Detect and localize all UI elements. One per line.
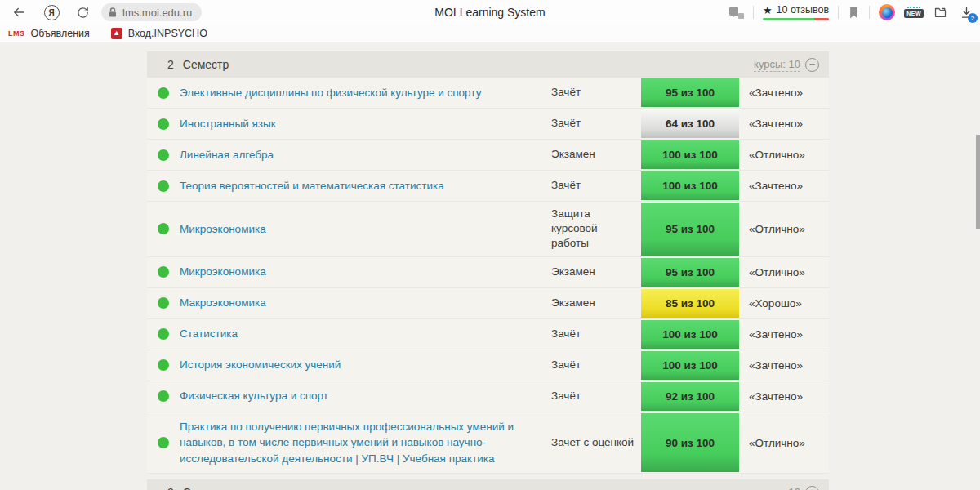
assessment-type: Зачёт [551, 350, 641, 381]
status-dot-icon [158, 328, 169, 340]
status-dot-icon [158, 359, 169, 371]
toolbar-right-icons: ★ 10 отзывов NEW 2 [729, 0, 975, 24]
lms-favicon: LMS [8, 29, 25, 38]
course-row: Статистика Зачёт 100 из 100 «Зачтено» [147, 319, 829, 350]
semester-title: Семестр [183, 58, 229, 71]
grade-text: «Зачтено» [739, 350, 829, 381]
status-dot-icon [158, 149, 169, 161]
semester-number: 2 [167, 58, 174, 71]
assessment-type: Экзамен [551, 257, 641, 287]
back-button[interactable] [10, 3, 28, 21]
course-name-link[interactable]: Теория вероятностей и математическая ста… [180, 171, 551, 201]
semester-3-header: 3 Семестр курсы: 10 + [147, 479, 829, 490]
course-name-link[interactable]: Линейная алгебра [180, 140, 551, 170]
assessment-type: Зачёт [551, 109, 641, 139]
score-badge: 85 из 100 [641, 289, 739, 318]
bookmarks-bar: LMS Объявления ▲ Вход.INPSYCHO [0, 24, 980, 42]
status-dot-icon [158, 180, 169, 192]
course-name-link[interactable]: Микроэкономика [180, 202, 551, 256]
grade-text: «Зачтено» [739, 171, 829, 201]
lock-icon [108, 7, 118, 18]
status-dot-icon [158, 297, 169, 309]
assessment-type: Зачёт [551, 381, 641, 412]
course-name-link[interactable]: Практика по получению первичных професси… [180, 412, 551, 474]
course-name-link[interactable]: Элективные дисциплины по физической куль… [180, 78, 551, 108]
inpsycho-favicon: ▲ [111, 28, 122, 39]
browser-toolbar: Я lms.moi.edu.ru MOI Learning System ★ 1… [0, 0, 980, 24]
score-badge: 100 из 100 [641, 172, 739, 200]
course-table-body: Элективные дисциплины по физической куль… [147, 78, 829, 474]
assessment-type: Экзамен [551, 288, 641, 318]
semester-2-header: 2 Семестр курсы: 10 − [147, 51, 829, 78]
status-dot-icon [158, 223, 169, 234]
course-row: Теория вероятностей и математическая ста… [147, 171, 829, 202]
course-name-link[interactable]: Микроэкономика [180, 257, 551, 287]
grades-table: 2 Семестр курсы: 10 − Элективные дисципл… [147, 51, 829, 490]
course-row: Элективные дисциплины по физической куль… [147, 78, 829, 109]
courses-count-link[interactable]: курсы: 10 [754, 486, 800, 490]
reviews-count-label: 10 отзывов [777, 4, 830, 16]
course-row: Макроэкономика Экзамен 85 из 100 «Хорошо… [147, 288, 829, 319]
assessment-type: Зачёт [551, 78, 641, 108]
grade-text: «Отлично» [739, 140, 829, 170]
address-bar[interactable]: lms.moi.edu.ru [101, 3, 202, 21]
extension-new-icon[interactable]: NEW [904, 7, 924, 18]
bookmark-label: Объявления [31, 28, 90, 39]
course-name-link[interactable]: Макроэкономика [180, 288, 551, 318]
expand-icon[interactable]: + [805, 486, 819, 490]
assessment-type: Экзамен [551, 140, 641, 170]
score-badge: 95 из 100 [641, 78, 739, 107]
collections-icon[interactable] [729, 6, 744, 19]
grade-text: «Отлично» [739, 412, 829, 474]
new-badge: NEW [904, 9, 924, 18]
assessment-type: Зачет с оценкой [551, 412, 641, 474]
site-reviews-widget[interactable]: ★ 10 отзывов [763, 4, 829, 20]
course-name-link[interactable]: Статистика [180, 319, 551, 350]
vertical-scrollbar[interactable] [976, 135, 980, 229]
bookmark-flag-icon[interactable] [848, 6, 860, 20]
refresh-button[interactable] [74, 3, 91, 21]
semester-number: 3 [167, 486, 174, 490]
url-text: lms.moi.edu.ru [122, 7, 192, 19]
score-badge: 95 из 100 [641, 203, 739, 256]
score-badge: 100 из 100 [641, 320, 739, 349]
grade-text: «Отлично» [739, 202, 829, 256]
grade-text: «Зачтено» [739, 381, 829, 412]
grade-text: «Хорошо» [739, 288, 829, 318]
course-name-link[interactable]: Физическая культура и спорт [180, 381, 551, 412]
status-dot-icon [158, 437, 169, 448]
downloads-button[interactable]: 2 [957, 3, 975, 21]
course-name-link[interactable]: История экономических учений [180, 350, 551, 381]
side-panel-icon[interactable] [933, 5, 948, 20]
grade-text: «Зачтено» [739, 78, 829, 108]
yandex-home-button[interactable]: Я [42, 3, 60, 21]
courses-count-link[interactable]: курсы: 10 [754, 58, 800, 72]
score-badge: 100 из 100 [641, 140, 739, 169]
bookmark-item-announcements[interactable]: LMS Объявления [8, 28, 90, 39]
bookmark-item-inpsycho[interactable]: ▲ Вход.INPSYCHO [111, 28, 207, 39]
course-row: История экономических учений Зачёт 100 и… [147, 350, 829, 381]
assessment-type: Зачёт [551, 171, 641, 201]
status-dot-icon [158, 390, 169, 402]
bookmark-label: Вход.INPSYCHO [128, 28, 207, 39]
reviews-rating-bar [763, 18, 829, 20]
course-row: Линейная алгебра Экзамен 100 из 100 «Отл… [147, 140, 829, 171]
score-badge: 100 из 100 [641, 351, 739, 380]
semester-title: Семестр [183, 486, 229, 490]
download-count-badge: 2 [968, 13, 978, 23]
course-row: Микроэкономика Защита курсовой работы 95… [147, 202, 829, 257]
extension-browser-icon[interactable] [879, 4, 895, 20]
status-dot-icon [158, 118, 169, 130]
course-name-link[interactable]: Иностранный язык [180, 109, 551, 139]
page-content: 2 Семестр курсы: 10 − Элективные дисципл… [0, 42, 980, 490]
course-row: Практика по получению первичных професси… [147, 412, 829, 474]
status-dot-icon [158, 266, 169, 278]
course-row: Микроэкономика Экзамен 95 из 100 «Отличн… [147, 257, 829, 288]
toolbar-divider [753, 6, 754, 19]
score-badge: 64 из 100 [641, 109, 739, 138]
back-arrow-icon [11, 5, 26, 20]
assessment-type: Защита курсовой работы [551, 202, 641, 256]
collapse-icon[interactable]: − [805, 58, 819, 72]
score-badge: 95 из 100 [641, 258, 739, 287]
yandex-icon: Я [44, 5, 60, 20]
